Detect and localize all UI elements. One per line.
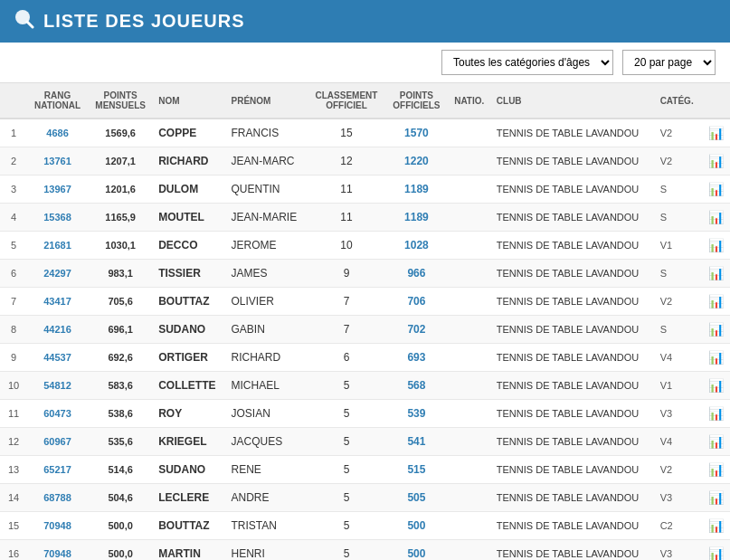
- row-chart-icon[interactable]: 📊: [702, 260, 730, 288]
- bar-chart-icon[interactable]: 📊: [708, 154, 724, 168]
- bar-chart-icon[interactable]: 📊: [708, 490, 724, 505]
- header-icon: [14, 9, 34, 33]
- row-natio: [448, 372, 491, 400]
- row-categ: S: [655, 260, 702, 288]
- row-classement-officiel: 5: [308, 372, 385, 400]
- row-natio: [448, 176, 491, 204]
- row-categ: V1: [655, 372, 702, 400]
- row-natio: [448, 540, 491, 561]
- row-chart-icon[interactable]: 📊: [702, 344, 730, 372]
- row-prenom: QUENTIN: [226, 176, 308, 204]
- row-points-mensuels: 538,6: [88, 400, 153, 428]
- bar-chart-icon[interactable]: 📊: [708, 294, 724, 308]
- row-chart-icon[interactable]: 📊: [702, 176, 730, 204]
- row-rank: 2: [0, 147, 27, 176]
- row-rang-national: 24297: [27, 260, 88, 288]
- row-points-mensuels: 983,1: [88, 260, 153, 288]
- row-categ: S: [655, 316, 702, 344]
- row-chart-icon[interactable]: 📊: [702, 316, 730, 344]
- row-chart-icon[interactable]: 📊: [702, 204, 730, 232]
- row-chart-icon[interactable]: 📊: [702, 400, 730, 428]
- bar-chart-icon[interactable]: 📊: [708, 462, 724, 477]
- row-rank: 12: [0, 428, 27, 456]
- row-nom: TISSIER: [153, 260, 225, 288]
- header: LISTE DES JOUEURS: [0, 0, 730, 43]
- row-rang-national: 60967: [27, 428, 88, 456]
- age-filter-select[interactable]: Toutes les catégories d'âges: [441, 50, 613, 75]
- table-row: 14 68788 504,6 LECLERE ANDRE 5 505 TENNI…: [0, 484, 730, 512]
- bar-chart-icon[interactable]: 📊: [708, 546, 724, 560]
- bar-chart-icon[interactable]: 📊: [708, 238, 724, 252]
- bar-chart-icon[interactable]: 📊: [708, 210, 724, 224]
- row-nom: KRIEGEL: [153, 428, 225, 456]
- row-categ: V2: [655, 456, 702, 484]
- row-classement-officiel: 5: [308, 484, 385, 512]
- col-natio: NATIO.: [448, 83, 491, 119]
- row-points-officiels: 1189: [385, 204, 448, 232]
- row-nom: DULOM: [153, 176, 225, 204]
- table-row: 9 44537 692,6 ORTIGER RICHARD 6 693 TENN…: [0, 344, 730, 372]
- row-natio: [448, 147, 491, 176]
- row-club: TENNIS DE TABLE LAVANDOU: [491, 372, 655, 400]
- row-club: TENNIS DE TABLE LAVANDOU: [491, 147, 655, 176]
- table-row: 6 24297 983,1 TISSIER JAMES 9 966 TENNIS…: [0, 260, 730, 288]
- row-chart-icon[interactable]: 📊: [702, 456, 730, 484]
- row-classement-officiel: 5: [308, 456, 385, 484]
- row-chart-icon[interactable]: 📊: [702, 288, 730, 316]
- table-row: 2 13761 1207,1 RICHARD JEAN-MARC 12 1220…: [0, 147, 730, 176]
- row-club: TENNIS DE TABLE LAVANDOU: [491, 540, 655, 561]
- bar-chart-icon[interactable]: 📊: [708, 406, 724, 421]
- bar-chart-icon[interactable]: 📊: [708, 266, 724, 280]
- row-chart-icon[interactable]: 📊: [702, 147, 730, 176]
- row-categ: C2: [655, 512, 702, 540]
- bar-chart-icon[interactable]: 📊: [708, 434, 724, 449]
- bar-chart-icon[interactable]: 📊: [708, 350, 724, 365]
- bar-chart-icon[interactable]: 📊: [708, 126, 724, 140]
- row-nom: ORTIGER: [153, 344, 225, 372]
- per-page-select[interactable]: 20 par page: [622, 50, 716, 75]
- row-points-mensuels: 535,6: [88, 428, 153, 456]
- players-table: rangNATIONAL pointsMENSUELS NOM PRÉNOM c…: [0, 83, 730, 560]
- row-chart-icon[interactable]: 📊: [702, 540, 730, 561]
- row-rank: 3: [0, 176, 27, 204]
- row-chart-icon[interactable]: 📊: [702, 119, 730, 147]
- row-rang-national: 44537: [27, 344, 88, 372]
- col-chart: [702, 83, 730, 119]
- row-classement-officiel: 11: [308, 204, 385, 232]
- row-chart-icon[interactable]: 📊: [702, 484, 730, 512]
- col-categ: CATÉG.: [655, 83, 702, 119]
- row-categ: V1: [655, 232, 702, 260]
- row-chart-icon[interactable]: 📊: [702, 512, 730, 540]
- row-points-officiels: 966: [385, 260, 448, 288]
- row-chart-icon[interactable]: 📊: [702, 232, 730, 260]
- table-row: 15 70948 500,0 BOUTTAZ TRISTAN 5 500 TEN…: [0, 512, 730, 540]
- row-club: TENNIS DE TABLE LAVANDOU: [491, 456, 655, 484]
- row-rank: 15: [0, 512, 27, 540]
- row-natio: [448, 260, 491, 288]
- row-rang-national: 4686: [27, 119, 88, 147]
- bar-chart-icon[interactable]: 📊: [708, 322, 724, 337]
- bar-chart-icon[interactable]: 📊: [708, 378, 724, 393]
- row-classement-officiel: 9: [308, 260, 385, 288]
- row-points-mensuels: 1030,1: [88, 232, 153, 260]
- row-points-mensuels: 705,6: [88, 288, 153, 316]
- row-categ: S: [655, 204, 702, 232]
- row-rank: 1: [0, 119, 27, 147]
- row-prenom: RENE: [226, 456, 308, 484]
- row-natio: [448, 484, 491, 512]
- row-categ: V4: [655, 344, 702, 372]
- row-club: TENNIS DE TABLE LAVANDOU: [491, 288, 655, 316]
- table-row: 16 70948 500,0 MARTIN HENRI 5 500 TENNIS…: [0, 540, 730, 561]
- bar-chart-icon[interactable]: 📊: [708, 518, 724, 533]
- bar-chart-icon[interactable]: 📊: [708, 182, 724, 196]
- row-natio: [448, 288, 491, 316]
- row-chart-icon[interactable]: 📊: [702, 428, 730, 456]
- table-row: 7 43417 705,6 BOUTTAZ OLIVIER 7 706 TENN…: [0, 288, 730, 316]
- row-categ: V2: [655, 119, 702, 147]
- row-chart-icon[interactable]: 📊: [702, 372, 730, 400]
- row-points-mensuels: 514,6: [88, 456, 153, 484]
- row-nom: COPPE: [153, 119, 225, 147]
- row-points-officiels: 1189: [385, 176, 448, 204]
- filters-bar: Toutes les catégories d'âges 20 par page: [0, 43, 730, 83]
- row-nom: BOUTTAZ: [153, 512, 225, 540]
